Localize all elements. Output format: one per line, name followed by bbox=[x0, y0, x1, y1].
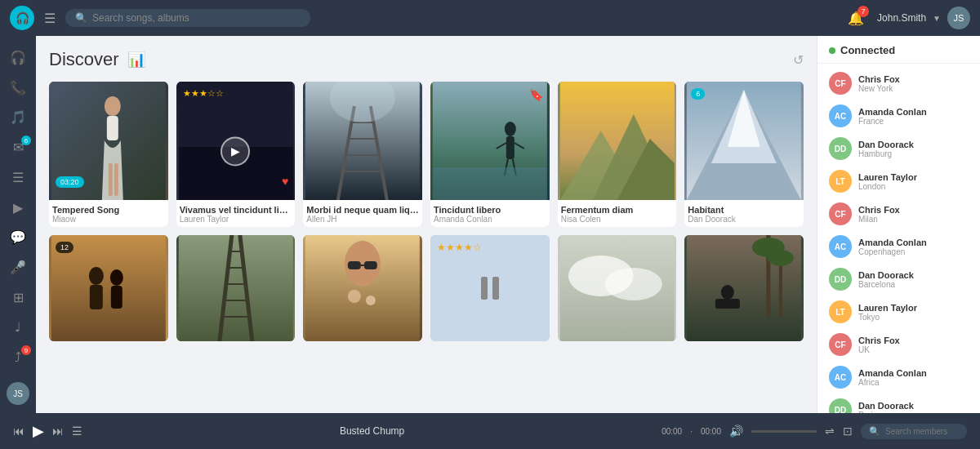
media-card-2[interactable]: ★★★☆☆ ▶ ♥ Vivamus vel tincidunt libero L… bbox=[176, 82, 296, 227]
svg-point-59 bbox=[768, 250, 794, 266]
chevron-down-icon: ▼ bbox=[933, 14, 941, 23]
media-card-9[interactable] bbox=[303, 235, 422, 341]
notification-button[interactable]: 🔔 7 bbox=[848, 11, 864, 26]
connected-name: Amanda Conlan bbox=[858, 368, 927, 378]
media-card-11[interactable] bbox=[558, 235, 677, 341]
sidebar-item-share[interactable]: ⤴ 9 bbox=[3, 344, 33, 371]
media-card-3[interactable]: Morbi id neque quam liquam sollicitudin … bbox=[303, 82, 422, 227]
connected-item[interactable]: AC Amanda Conlan France bbox=[817, 100, 980, 132]
connected-item[interactable]: DD Dan Doorack Hamburg bbox=[817, 132, 980, 165]
play-button-2[interactable]: ▶ bbox=[220, 136, 250, 166]
connected-item[interactable]: LT Lauren Taylor Tokyo bbox=[817, 296, 980, 328]
connected-name: Lauren Taylor bbox=[858, 172, 917, 182]
search-input[interactable] bbox=[92, 12, 301, 24]
connected-avatar: DD bbox=[829, 137, 852, 160]
member-search-input[interactable] bbox=[885, 427, 959, 436]
top-bar: 🎧 ☰ 🔍 🔔 7 John.Smith ▼ JS bbox=[0, 0, 980, 36]
connected-avatar: CF bbox=[829, 333, 852, 356]
media-card-5[interactable]: Fermentum diam Nisa Colen bbox=[558, 82, 677, 227]
svg-rect-22 bbox=[433, 167, 547, 200]
player-progress-bar[interactable] bbox=[751, 430, 817, 433]
card-title-3: Morbi id neque quam liquam sollicitudin bbox=[306, 205, 419, 215]
card-badge-7: 12 bbox=[56, 242, 74, 253]
card-title-5: Fermentum diam bbox=[561, 205, 674, 215]
sidebar-item-chat[interactable]: 💬 bbox=[3, 224, 33, 251]
media-card-4[interactable]: 🔖 Tincidunt libero Amanda Conlan bbox=[430, 82, 550, 227]
connected-info: Lauren Taylor Tokyo bbox=[858, 303, 917, 322]
card-body-3: Morbi id neque quam liquam sollicitudin … bbox=[303, 200, 422, 227]
menu-icon[interactable]: ☰ bbox=[44, 11, 56, 26]
volume-icon[interactable]: 🔊 bbox=[729, 425, 743, 438]
card-body-2: Vivamus vel tincidunt libero Lauren Tayl… bbox=[176, 200, 296, 227]
card-artist-5: Nisa Colen bbox=[561, 215, 674, 224]
queue-button[interactable]: ☰ bbox=[72, 425, 82, 438]
sidebar-item-grid[interactable]: ⊞ bbox=[3, 284, 33, 311]
player-controls: ⏮ ▶ ⏭ ☰ bbox=[13, 422, 82, 440]
screen-icon[interactable]: ⊡ bbox=[843, 425, 853, 438]
connected-name: Chris Fox bbox=[858, 74, 900, 84]
connected-item[interactable]: DD Dan Doorack Barcelona bbox=[817, 263, 980, 296]
connected-name: Chris Fox bbox=[858, 205, 900, 215]
connected-info: Amanda Conlan Africa bbox=[858, 368, 927, 387]
refresh-icon[interactable]: ↺ bbox=[793, 52, 804, 68]
card-body-5: Fermentum diam Nisa Colen bbox=[558, 200, 677, 227]
connected-avatar: AC bbox=[829, 366, 852, 389]
media-card-7[interactable]: 12 bbox=[49, 235, 168, 341]
card-stars-2: ★★★☆☆ bbox=[183, 88, 224, 99]
chart-icon: 📊 bbox=[127, 51, 145, 69]
topbar-right: 🔔 7 John.Smith ▼ JS bbox=[848, 7, 970, 29]
connected-info: Chris Fox UK bbox=[858, 336, 900, 354]
sidebar-item-video[interactable]: ▶ bbox=[3, 194, 33, 221]
connected-item[interactable]: CF Chris Fox UK bbox=[817, 328, 980, 361]
play-pause-button[interactable]: ▶ bbox=[33, 422, 44, 440]
card-artist-1: Miaow bbox=[52, 215, 165, 224]
connected-item[interactable]: AC Amanda Conlan Africa bbox=[817, 361, 980, 393]
sidebar-item-mic[interactable]: 🎤 bbox=[3, 254, 33, 281]
card-time-1: 03:20 bbox=[56, 176, 84, 188]
sidebar-item-note[interactable]: ♩ bbox=[3, 314, 33, 341]
connected-location: Hamburg bbox=[858, 149, 914, 158]
card-body-1: Tempered Song Miaow bbox=[49, 200, 168, 227]
card-body-6: Habitant Dan Doorack bbox=[684, 200, 804, 227]
player-search: 🔍 bbox=[861, 424, 967, 439]
svg-point-49 bbox=[348, 290, 361, 303]
discover-title-row: Discover 📊 bbox=[49, 49, 145, 70]
fast-forward-button[interactable]: ⏭ bbox=[52, 425, 64, 438]
sidebar-item-music[interactable]: 🎵 bbox=[3, 104, 33, 131]
bookmark-icon-4[interactable]: 🔖 bbox=[529, 88, 543, 101]
user-menu[interactable]: John.Smith ▼ JS bbox=[877, 7, 970, 29]
svg-point-60 bbox=[721, 285, 734, 300]
connected-item[interactable]: LT Lauren Taylor London bbox=[817, 165, 980, 198]
connected-item[interactable]: CF Chris Fox New York bbox=[817, 67, 980, 100]
connected-item[interactable]: AC Amanda Conlan Copenhagen bbox=[817, 230, 980, 263]
shuffle-icon[interactable]: ⇌ bbox=[825, 425, 835, 438]
media-card-10[interactable]: ★★★★☆ bbox=[430, 235, 550, 341]
sidebar-item-mail[interactable]: ✉ 6 bbox=[3, 134, 33, 161]
sidebar-item-headphones[interactable]: 🎧 bbox=[3, 44, 33, 71]
connected-info: Dan Doorack Hamburg bbox=[858, 140, 914, 158]
connected-avatar: LT bbox=[829, 170, 852, 193]
rewind-button[interactable]: ⏮ bbox=[13, 425, 24, 438]
media-card-1[interactable]: 03:20 Tempered Song Miaow bbox=[49, 82, 168, 227]
card-artist-6: Dan Doorack bbox=[688, 215, 800, 224]
sidebar-user-avatar[interactable]: JS bbox=[7, 382, 29, 405]
media-card-12[interactable] bbox=[684, 235, 804, 341]
svg-rect-47 bbox=[364, 261, 377, 269]
heart-icon-2[interactable]: ♥ bbox=[282, 175, 288, 188]
notification-badge: 7 bbox=[858, 6, 869, 17]
connected-item[interactable]: DD Dan Doorack Paris bbox=[817, 393, 980, 413]
media-card-8[interactable] bbox=[176, 235, 296, 341]
sidebar-item-phone[interactable]: 📞 bbox=[3, 74, 33, 101]
player-time-separator: · bbox=[690, 427, 693, 436]
connected-avatar: LT bbox=[829, 300, 852, 323]
connected-avatar: DD bbox=[829, 268, 852, 291]
logo[interactable]: 🎧 bbox=[10, 6, 34, 30]
svg-rect-3 bbox=[109, 163, 113, 196]
connected-item[interactable]: CF Chris Fox Milan bbox=[817, 198, 980, 230]
sidebar-item-list[interactable]: ☰ bbox=[3, 164, 33, 191]
share-badge: 9 bbox=[21, 345, 31, 355]
card-title-1: Tempered Song bbox=[52, 205, 165, 215]
media-grid-row1: 03:20 Tempered Song Miaow ★★★☆☆ ▶ ♥ bbox=[49, 82, 804, 227]
svg-rect-61 bbox=[715, 299, 740, 309]
media-card-6[interactable]: 6 Habitant Dan Doorack bbox=[684, 82, 804, 227]
